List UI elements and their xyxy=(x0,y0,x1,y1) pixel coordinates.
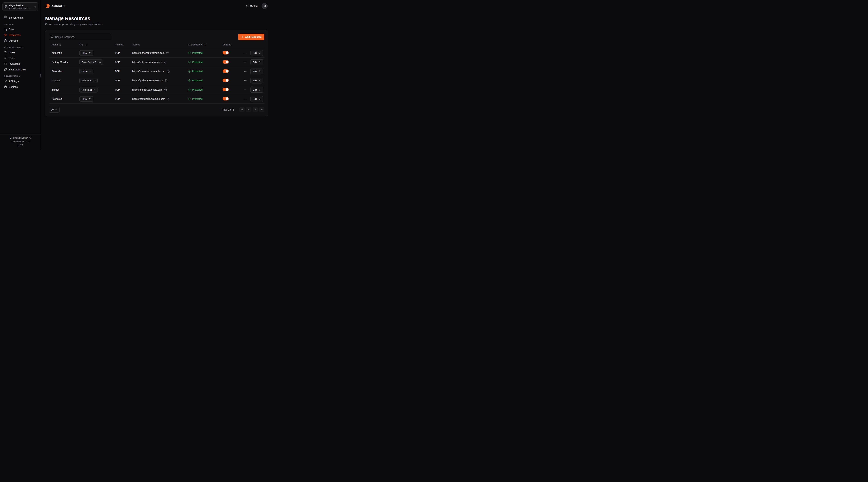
row-menu-button[interactable] xyxy=(244,51,247,55)
sidebar-item-resources[interactable]: Resources xyxy=(2,32,38,38)
resources-table: Name Site Protocol Access xyxy=(49,42,265,104)
community-edition-link[interactable]: Community Edition xyxy=(10,137,31,139)
arrow-right-icon xyxy=(258,98,261,100)
copy-url-button[interactable] xyxy=(164,61,166,64)
arrow-right-icon xyxy=(258,61,261,63)
resource-name: Immich xyxy=(49,88,76,91)
site-link-button[interactable]: Home Lab xyxy=(79,87,98,93)
enabled-toggle[interactable] xyxy=(222,60,229,64)
sidebar-item-roles[interactable]: Roles xyxy=(2,55,38,61)
section-heading-general: GENERAL xyxy=(4,23,37,25)
enabled-toggle[interactable] xyxy=(222,97,229,100)
main-area: PANGOLIN System M Manage Resources Creat… xyxy=(41,0,272,149)
resource-protocol: TCP xyxy=(112,97,129,100)
copy-icon xyxy=(167,98,169,100)
edit-button[interactable]: Edit xyxy=(250,68,264,74)
sidebar-item-sites[interactable]: Sites xyxy=(2,26,38,32)
page-info: Page 1 of 1 xyxy=(222,108,234,111)
sidebar-item-server-admin[interactable]: Server Admin xyxy=(2,15,38,21)
resource-url: https://grafana.example.com xyxy=(132,79,163,82)
sidebar-item-settings[interactable]: Settings xyxy=(2,84,38,90)
resource-url: https://battery.example.com xyxy=(132,61,162,64)
users-icon xyxy=(4,51,7,54)
brand-name: PANGOLIN xyxy=(52,5,66,7)
sort-authentication-button[interactable]: Authentication xyxy=(188,43,207,46)
shield-check-icon xyxy=(188,70,191,73)
copy-url-button[interactable] xyxy=(167,70,169,73)
table-header: Name Site Protocol Access xyxy=(49,42,265,49)
community-edition-label: Community Edition xyxy=(10,137,28,139)
enabled-toggle[interactable] xyxy=(222,78,229,82)
row-menu-button[interactable] xyxy=(244,60,247,64)
avatar[interactable]: M xyxy=(262,3,268,9)
auth-status-badge: Protected xyxy=(192,97,203,100)
copy-url-button[interactable] xyxy=(165,79,167,82)
moon-icon xyxy=(246,5,249,7)
next-page-button[interactable] xyxy=(253,107,258,112)
prev-page-button[interactable] xyxy=(246,107,251,112)
org-selector[interactable]: Organization milo@fossorial.io's ... xyxy=(2,2,38,11)
edit-button[interactable]: Edit xyxy=(250,50,264,56)
search-input[interactable] xyxy=(49,34,111,40)
arrow-right-icon xyxy=(258,52,261,54)
sidebar-item-users[interactable]: Users xyxy=(2,50,38,55)
site-link-button[interactable]: Office xyxy=(79,69,93,74)
sort-name-button[interactable]: Name xyxy=(52,43,61,46)
documentation-link[interactable]: Documentation xyxy=(11,140,29,143)
external-link-icon xyxy=(89,52,91,54)
page-head: Manage Resources Create secure proxies t… xyxy=(41,12,272,26)
theme-toggle-button[interactable]: System xyxy=(246,5,258,7)
chevrons-left-icon xyxy=(241,108,243,111)
external-link-icon xyxy=(99,61,101,63)
sidebar-item-shareable-links[interactable]: Shareable Links xyxy=(2,67,38,72)
sidebar-scrollbar[interactable] xyxy=(40,73,41,77)
globe-icon xyxy=(4,39,7,42)
site-link-button[interactable]: Office xyxy=(79,50,93,56)
site-label: Office xyxy=(82,70,88,73)
table-row: Bitwarden Office TCP xyxy=(49,67,265,76)
auth-status-badge: Protected xyxy=(192,52,203,54)
resource-url: https://immich.example.com xyxy=(132,88,162,91)
row-menu-button[interactable] xyxy=(244,79,247,83)
copy-url-button[interactable] xyxy=(167,98,169,100)
add-resource-button[interactable]: Add Resource xyxy=(238,34,265,40)
copy-icon xyxy=(166,52,169,54)
auth-status-badge: Protected xyxy=(192,79,203,82)
sidebar-item-invitations[interactable]: Invitations xyxy=(2,61,38,67)
sort-site-button[interactable]: Site xyxy=(79,43,87,46)
page-size-select[interactable]: 20 xyxy=(49,107,60,113)
sidebar-item-domains[interactable]: Domains xyxy=(2,38,38,43)
resources-card: Add Resource Name Site xyxy=(45,30,268,116)
row-menu-button[interactable] xyxy=(244,70,247,73)
row-menu-button[interactable] xyxy=(244,88,247,92)
resource-protocol: TCP xyxy=(112,88,129,91)
edit-button[interactable]: Edit xyxy=(250,78,264,84)
ellipsis-icon xyxy=(244,88,247,91)
edit-label: Edit xyxy=(253,52,257,54)
enabled-toggle[interactable] xyxy=(222,69,229,73)
shield-check-icon xyxy=(188,89,191,91)
row-menu-button[interactable] xyxy=(244,97,247,101)
toggle-knob xyxy=(226,97,228,100)
site-link-button[interactable]: AWS VPC xyxy=(79,78,98,83)
sidebar: Organization milo@fossorial.io's ... Ser… xyxy=(0,0,41,149)
site-link-button[interactable]: Edge Device 01 xyxy=(79,60,103,65)
toggle-knob xyxy=(226,61,228,63)
enabled-toggle[interactable] xyxy=(222,88,229,91)
ellipsis-icon xyxy=(244,70,247,73)
sidebar-item-api-keys[interactable]: API Keys xyxy=(2,78,38,84)
copy-url-button[interactable] xyxy=(166,52,169,54)
first-page-button[interactable] xyxy=(239,107,245,112)
sidebar-item-label: Domains xyxy=(9,39,19,42)
column-header-protocol: Protocol xyxy=(115,43,124,46)
site-link-button[interactable]: Office xyxy=(79,96,93,102)
resource-name: Bitwarden xyxy=(49,70,76,73)
auth-status-badge: Protected xyxy=(192,88,203,91)
copy-url-button[interactable] xyxy=(164,89,167,91)
table-row: Grafana AWS VPC TCP xyxy=(49,76,265,85)
edit-button[interactable]: Edit xyxy=(250,87,264,93)
edit-button[interactable]: Edit xyxy=(250,59,264,65)
enabled-toggle[interactable] xyxy=(222,51,229,55)
last-page-button[interactable] xyxy=(259,107,265,112)
edit-button[interactable]: Edit xyxy=(250,96,264,102)
